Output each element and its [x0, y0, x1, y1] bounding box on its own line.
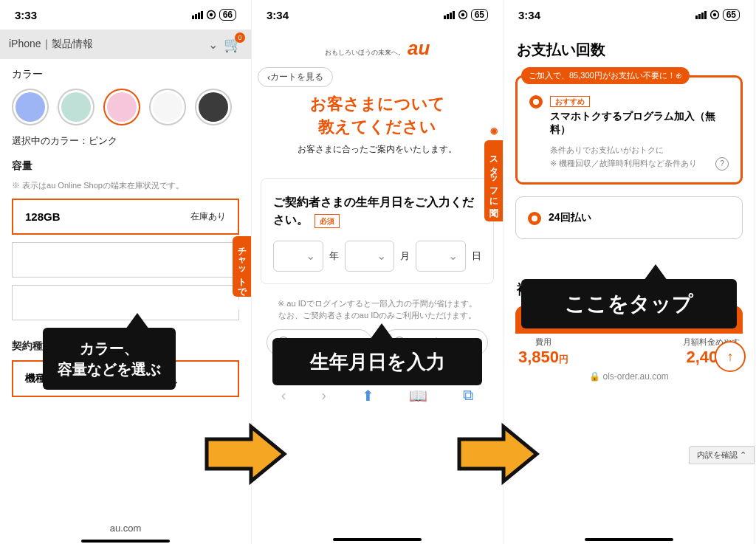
callout-pointer — [126, 313, 149, 329]
color-white[interactable] — [149, 89, 186, 125]
home-indicator — [81, 540, 170, 543]
auid-note: ※ au IDでログインすると一部入力の手間が省けます。 なお、ご契約者さまのa… — [264, 297, 491, 322]
status-time: 3:34 — [518, 9, 540, 21]
callout-3: ここをタップ — [521, 279, 737, 328]
yen: 円 — [559, 354, 568, 365]
battery-indicator: 66 — [219, 9, 236, 21]
info-icon[interactable]: ? — [715, 157, 729, 171]
callout-1: カラー、 容量などを選ぶ — [43, 328, 176, 390]
screenshot-3: 3:34 ⦿ 65 お支払い回数 ご加入で、85,300円がお支払い不要に！⊕ … — [504, 0, 755, 544]
chevron-down-icon[interactable]: ⌄ — [208, 38, 218, 52]
day-label: 日 — [472, 249, 481, 263]
brand-logo: au — [408, 37, 430, 59]
chevron-down-icon: ⌄ — [377, 249, 386, 263]
cellular-icon — [695, 11, 707, 19]
color-green[interactable] — [58, 89, 94, 125]
date-row: ⌄ 年 ⌄ 月 ⌄ 日 — [273, 241, 481, 272]
month-select[interactable]: ⌄ — [345, 241, 395, 272]
cellular-icon — [192, 11, 203, 19]
year-label: 年 — [329, 249, 339, 263]
status-bar: 3:34 ⦿ 65 — [504, 0, 755, 30]
price-1: 3,850 — [518, 348, 559, 366]
hero-title: お客さまについて 教えてください — [252, 93, 503, 139]
detail-toggle[interactable]: 内訳を確認 ⌃ — [689, 446, 755, 464]
color-heading: カラー — [12, 68, 239, 81]
status-right: ⦿ 65 — [695, 9, 740, 21]
status-time: 3:33 — [15, 9, 37, 21]
capacity-note: ※ 表示はau Online Shopの端末在庫状況です。 — [12, 180, 239, 191]
capacity-heading: 容量 — [12, 159, 239, 173]
option-title: スマホトクするプログラム加入（無料） — [550, 110, 729, 137]
status-right: ⦿ 65 — [444, 9, 488, 21]
page-header: iPhone｜製品情報 ⌄ 🛒 0 — [0, 30, 251, 59]
url-text: ols-order.au.com — [602, 371, 668, 382]
step-arrow-1 — [199, 421, 288, 487]
question-text: ご契約者さまの生年月日をご入力ください。 — [273, 196, 474, 226]
status-bar: 3:34 ⦿ 65 — [252, 0, 503, 30]
stock-status: 在庫あり — [190, 210, 226, 223]
month-label: 月 — [400, 249, 410, 263]
chevron-down-icon: ⌄ — [306, 249, 315, 263]
wifi-icon: ⦿ — [709, 9, 720, 21]
hero-subtitle: お客さまに合ったご案内をいたします。 — [252, 143, 503, 156]
back-cart-label: カートを見る — [270, 71, 323, 83]
capacity-128gb[interactable]: 128GB 在庫あり — [12, 199, 239, 235]
breadcrumb: iPhone｜製品情報 — [9, 38, 93, 51]
tabs-icon[interactable]: ⧉ — [463, 387, 473, 404]
opt-sub-line2: ※ 機種回収／故障時利用料など条件あり — [550, 159, 697, 168]
url-bar: 🔒 ols-order.au.com — [504, 371, 755, 382]
option-title: 24回払い — [549, 211, 591, 224]
url-bar: au.com — [110, 523, 142, 534]
forward-icon[interactable]: › — [321, 387, 326, 404]
chevron-down-icon: ⌄ — [448, 249, 458, 263]
cart-badge: 0 — [235, 32, 245, 43]
callout-pointer — [370, 323, 394, 340]
status-bar: 3:33 ⦿ 66 — [0, 0, 251, 30]
payment-option-program[interactable]: おすすめ スマホトクするプログラム加入（無料） 条件ありでお支払いがおトクに ※… — [515, 75, 743, 185]
radio-selected-icon — [528, 212, 541, 225]
promo-banner: ご加入で、85,300円がお支払い不要に！⊕ — [521, 67, 690, 84]
scroll-top-button[interactable]: ↑ — [715, 341, 746, 372]
color-pink[interactable] — [103, 89, 140, 125]
question-title: ご契約者さまの生年月日をご入力ください。 必須 — [273, 193, 481, 229]
birthdate-card: ご契約者さまの生年月日をご入力ください。 必須 ⌄ 年 ⌄ 月 ⌄ 日 — [261, 178, 494, 284]
svg-marker-0 — [207, 427, 284, 481]
battery-indicator: 65 — [471, 9, 488, 21]
status-time: 3:34 — [267, 9, 289, 21]
battery-indicator: 65 — [723, 9, 740, 21]
status-right: ⦿ 66 — [192, 9, 236, 21]
color-black[interactable] — [195, 89, 232, 125]
cart-button[interactable]: 🛒 0 — [224, 35, 242, 53]
staff-tab[interactable]: スタッフに聞く — [484, 140, 503, 221]
step-arrow-2 — [452, 421, 540, 487]
callout-2: 生年月日を入力 — [272, 338, 482, 385]
svg-marker-1 — [459, 427, 537, 481]
home-indicator — [585, 538, 673, 541]
callout-pointer — [644, 264, 667, 280]
back-icon[interactable]: ‹ — [281, 387, 286, 404]
color-blue[interactable] — [12, 89, 49, 125]
brand-tagline: おもしろいほうの未来へ。 — [325, 49, 405, 56]
capacity-label: 128GB — [25, 210, 61, 223]
chat-tab[interactable]: チャットで質問 — [233, 236, 251, 297]
cost-label: 費用 — [518, 337, 568, 348]
capacity-option-2[interactable] — [12, 242, 239, 278]
payment-option-24[interactable]: 24回払い — [515, 196, 743, 239]
color-swatches — [12, 89, 239, 125]
option-sub: 条件ありでお支払いがおトクに ※ 機種回収／故障時利用料など条件あり ? — [550, 144, 729, 170]
wifi-icon: ⦿ — [458, 9, 468, 21]
recommended-badge: おすすめ — [550, 96, 590, 107]
year-select[interactable]: ⌄ — [273, 241, 323, 272]
payment-heading: お支払い回数 — [504, 30, 755, 64]
bookmarks-icon[interactable]: 📖 — [409, 387, 427, 404]
day-select[interactable]: ⌄ — [416, 241, 466, 272]
selected-color-text: 選択中のカラー：ピンク — [12, 134, 239, 148]
wifi-icon: ⦿ — [206, 9, 216, 21]
home-indicator — [333, 538, 422, 541]
brand-header: おもしろいほうの未来へ。 au — [252, 30, 503, 67]
share-icon[interactable]: ⬆︎ — [362, 387, 374, 404]
opt-sub-line1: 条件ありでお支払いがおトクに — [550, 145, 664, 154]
cellular-icon — [444, 11, 455, 19]
back-to-cart[interactable]: ‹ カートを見る — [258, 67, 333, 87]
required-badge: 必須 — [315, 214, 340, 228]
